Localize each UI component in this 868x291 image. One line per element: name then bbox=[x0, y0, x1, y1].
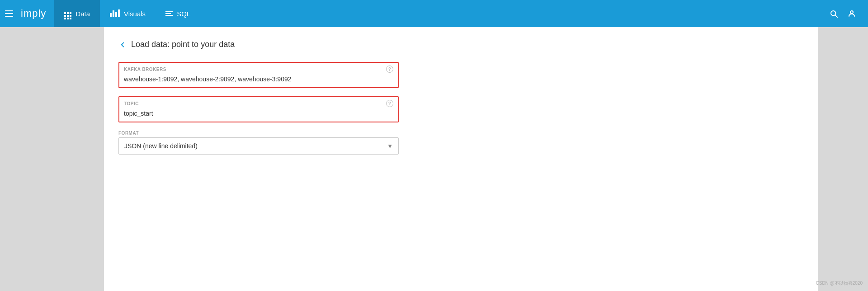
nav-item-data[interactable]: Data bbox=[54, 0, 100, 27]
bar-chart-icon bbox=[110, 9, 121, 18]
nav-sql-label: SQL bbox=[177, 10, 190, 18]
brand-logo[interactable]: imply bbox=[18, 0, 54, 27]
nav-data-label: Data bbox=[75, 10, 90, 18]
back-button[interactable] bbox=[118, 41, 127, 49]
format-select-wrapper: JSON (new line delimited) JSON CSV TSV P… bbox=[118, 137, 399, 155]
format-group: FORMAT JSON (new line delimited) JSON CS… bbox=[118, 131, 399, 155]
brand-label: imply bbox=[21, 8, 46, 19]
format-select[interactable]: JSON (new line delimited) JSON CSV TSV P… bbox=[119, 138, 398, 154]
svg-line-1 bbox=[835, 15, 838, 18]
nav-item-visuals[interactable]: Visuals bbox=[100, 0, 156, 27]
topic-help-icon[interactable]: ? bbox=[386, 100, 393, 107]
nav-item-sql[interactable]: SQL bbox=[156, 0, 200, 27]
content-inner: Load data: point to your data KAFKA BROK… bbox=[104, 27, 818, 291]
nav-visuals-label: Visuals bbox=[124, 10, 146, 18]
kafka-brokers-group: KAFKA BROKERS ? (function(){ var inp = d… bbox=[118, 62, 399, 88]
page-layout: Load data: point to your data KAFKA BROK… bbox=[0, 27, 868, 291]
page-header: Load data: point to your data bbox=[118, 40, 804, 49]
kafka-brokers-input[interactable] bbox=[124, 75, 393, 84]
sidebar-left bbox=[0, 27, 104, 291]
svg-point-0 bbox=[831, 11, 836, 16]
table-icon bbox=[64, 8, 72, 19]
back-arrow-icon bbox=[118, 41, 127, 49]
svg-point-2 bbox=[850, 11, 853, 14]
user-icon bbox=[848, 9, 856, 18]
page-title: Load data: point to your data bbox=[131, 40, 235, 49]
topic-group: TOPIC ? (function(){ var inp = document.… bbox=[118, 96, 399, 122]
search-button[interactable] bbox=[826, 5, 842, 22]
kafka-brokers-wrapper: KAFKA BROKERS ? (function(){ var inp = d… bbox=[118, 62, 399, 88]
lines-icon bbox=[165, 11, 174, 16]
topnav-right-actions bbox=[826, 5, 868, 22]
menu-icon[interactable] bbox=[0, 0, 18, 27]
format-label: FORMAT bbox=[118, 131, 399, 136]
main-content: Load data: point to your data KAFKA BROK… bbox=[104, 27, 818, 291]
hamburger-icon bbox=[5, 10, 13, 17]
topic-wrapper: TOPIC ? (function(){ var inp = document.… bbox=[118, 96, 399, 122]
kafka-brokers-label: KAFKA BROKERS ? bbox=[124, 66, 393, 73]
user-button[interactable] bbox=[844, 5, 860, 22]
topnav: imply Data Visuals bbox=[0, 0, 868, 27]
sidebar-right: CSDN @不以物喜2020 bbox=[818, 27, 868, 291]
topic-label: TOPIC ? bbox=[124, 100, 393, 107]
topic-input[interactable] bbox=[124, 109, 393, 118]
kafka-brokers-help-icon[interactable]: ? bbox=[386, 66, 393, 73]
watermark: CSDN @不以物喜2020 bbox=[816, 280, 863, 286]
search-icon bbox=[830, 9, 838, 18]
